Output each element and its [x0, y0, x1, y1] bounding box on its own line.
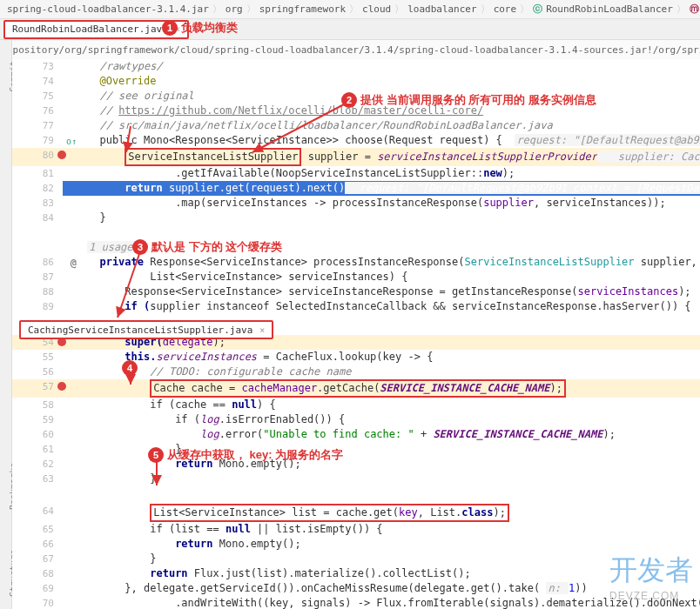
highlight-box: ServiceInstanceListSupplier	[125, 148, 301, 166]
left-sidebar: Commit Bookmarks Structure	[0, 40, 12, 609]
at-icon: @	[71, 256, 77, 271]
close-icon[interactable]: ×	[259, 325, 265, 335]
callout-4: 4	[122, 360, 141, 376]
breadcrumb-part[interactable]: org	[225, 3, 243, 15]
callout-2: 2提供 当前调用服务的 所有可用的 服务实例信息	[341, 92, 596, 108]
breadcrumb-part[interactable]: loadbalancer	[407, 3, 476, 15]
method-icon: ⓜ	[690, 3, 699, 16]
file-path-bar: epository/org/springframework/cloud/spri…	[0, 40, 700, 59]
tab-caching[interactable]: CachingServiceInstanceListSupplier.java …	[19, 320, 273, 339]
tab-label: RoundRobinLoadBalancer.java	[12, 23, 168, 35]
breakpoint-icon[interactable]	[57, 151, 66, 159]
breadcrumb-part[interactable]: core	[494, 3, 517, 15]
class-icon: ⓒ	[533, 3, 542, 16]
callout-1: 1负载均衡类	[162, 20, 238, 36]
callout-5: 5从缓存中获取， key: 为服务的名字	[148, 447, 343, 463]
highlight-box: List<ServiceInstance> list = cache.get(k…	[150, 504, 509, 522]
breadcrumb-jar[interactable]: spring-cloud-loadbalancer-3.1.4.jar	[7, 3, 209, 15]
breadcrumb: spring-cloud-loadbalancer-3.1.4.jar 〉 or…	[0, 0, 700, 19]
callout-3: 3默认是 下方的 这个缓存类	[132, 239, 282, 255]
highlight-box: Cache cache = cacheManager.getCache(SERV…	[150, 379, 566, 398]
breadcrumb-part[interactable]: springframework	[259, 3, 346, 15]
breakpoint-icon[interactable]	[57, 382, 66, 391]
usage-hint[interactable]: 1 usage	[87, 241, 135, 253]
tab-label: CachingServiceInstanceListSupplier.java	[28, 325, 252, 336]
watermark: 开发者 DEVZE.COM	[609, 552, 693, 602]
editor-tabs: RoundRobinLoadBalancer.java ×	[0, 19, 700, 40]
tab-roundrobin[interactable]: RoundRobinLoadBalancer.java ×	[3, 20, 189, 39]
breadcrumb-part[interactable]: cloud	[362, 3, 391, 15]
override-icon[interactable]: o↑	[66, 134, 77, 149]
breadcrumb-sep: 〉	[212, 3, 222, 16]
breadcrumb-class[interactable]: RoundRobinLoadBalancer	[546, 3, 673, 15]
